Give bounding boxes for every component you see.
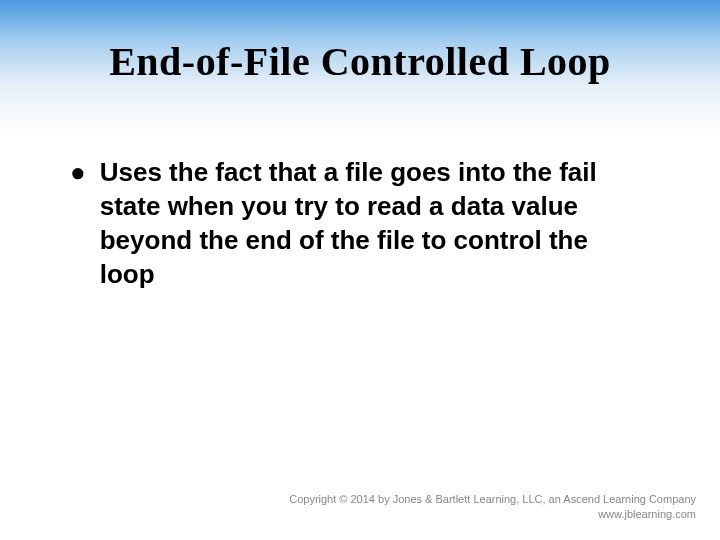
- footer: Copyright © 2014 by Jones & Bartlett Lea…: [289, 492, 696, 522]
- slide-title: End-of-File Controlled Loop: [0, 0, 720, 85]
- bullet-marker-icon: ●: [70, 155, 86, 189]
- footer-url: www.jblearning.com: [289, 507, 696, 522]
- copyright-text: Copyright © 2014 by Jones & Bartlett Lea…: [289, 492, 696, 507]
- bullet-item: ● Uses the fact that a file goes into th…: [70, 155, 650, 291]
- bullet-text: Uses the fact that a file goes into the …: [100, 155, 650, 291]
- slide-content: ● Uses the fact that a file goes into th…: [0, 85, 720, 291]
- slide: End-of-File Controlled Loop ● Uses the f…: [0, 0, 720, 540]
